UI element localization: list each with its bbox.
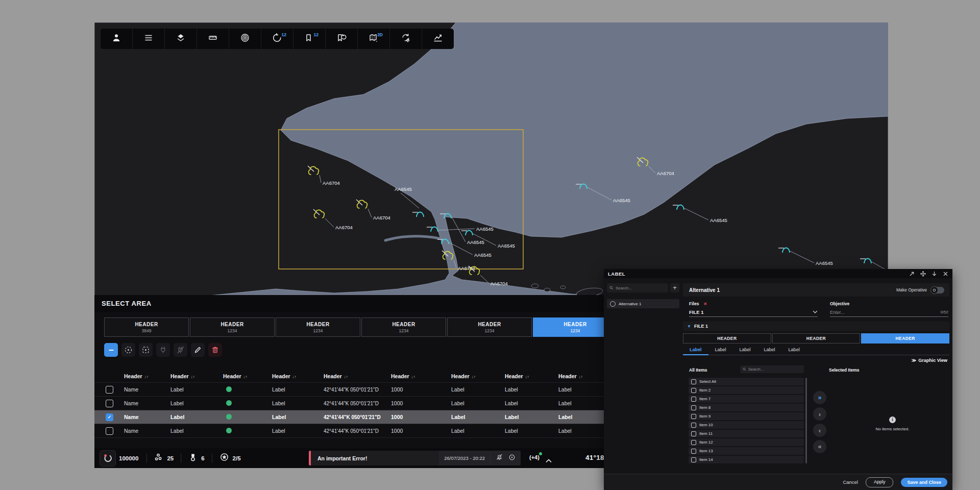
resize-icon[interactable]: [909, 271, 915, 277]
move-right-button[interactable]: ›: [813, 407, 826, 421]
disconnect-button[interactable]: [174, 343, 187, 357]
file-section-tab-2[interactable]: HEADER: [772, 333, 861, 344]
bookmark-12-button[interactable]: 12: [293, 29, 326, 49]
select-area-tab-1[interactable]: HEADER3849: [104, 317, 189, 337]
multi-select-toggle-button[interactable]: [104, 343, 118, 357]
file-section-subtab-5[interactable]: Label: [782, 346, 806, 355]
items-search-input[interactable]: Search...: [740, 365, 804, 373]
row-checkbox[interactable]: [106, 400, 113, 407]
column-header[interactable]: Header↓↑: [223, 371, 272, 380]
row-checkbox[interactable]: [106, 427, 113, 435]
item-checkbox[interactable]: [691, 449, 696, 454]
file-section-collapse[interactable]: ▼ FILE 1: [683, 322, 949, 331]
file-section-tab-1[interactable]: HEADER: [683, 333, 771, 344]
item-row[interactable]: Select All: [689, 378, 804, 385]
item-row[interactable]: Item 14: [689, 456, 804, 463]
map-2d-button[interactable]: 2D: [358, 29, 390, 49]
minimize-icon[interactable]: [932, 271, 937, 277]
item-checkbox[interactable]: [691, 431, 696, 436]
item-checkbox[interactable]: [691, 397, 696, 402]
file-section-subtab-2[interactable]: Label: [708, 346, 733, 355]
sort-icon[interactable]: ↓↑: [144, 375, 149, 379]
file-section-tab-3[interactable]: HEADER: [861, 333, 949, 344]
file-section-subtab-4[interactable]: Label: [757, 346, 782, 355]
row-checkbox[interactable]: [106, 386, 113, 394]
item-checkbox[interactable]: [691, 405, 696, 410]
item-row[interactable]: Item 12: [689, 438, 804, 446]
add-alternative-button[interactable]: +: [670, 283, 679, 292]
delete-button[interactable]: [208, 343, 222, 357]
layers-button[interactable]: [165, 29, 197, 49]
sort-icon[interactable]: ↓↑: [243, 375, 248, 379]
column-header[interactable]: Header↓↑: [124, 371, 170, 380]
clock-12-button[interactable]: 12: [261, 29, 293, 49]
graphic-view-link[interactable]: ≫ Graphic View: [683, 356, 949, 364]
sort-icon[interactable]: ↓↑: [344, 375, 348, 379]
save-and-close-button[interactable]: Save and Close: [901, 478, 947, 487]
move-all-right-button[interactable]: »: [813, 391, 826, 404]
edit-button[interactable]: [191, 343, 205, 357]
objective-input[interactable]: Enter... 0/52: [830, 308, 948, 317]
column-header[interactable]: Header↓↑: [170, 371, 223, 380]
focus-button[interactable]: [139, 343, 153, 357]
sync-settings-button[interactable]: [390, 29, 422, 49]
row-checkbox[interactable]: ✓: [106, 413, 113, 421]
sort-icon[interactable]: ↓↑: [472, 375, 476, 379]
bookmark-refresh-button[interactable]: [326, 29, 358, 49]
item-checkbox[interactable]: [691, 440, 696, 445]
item-row[interactable]: Item 10: [689, 421, 804, 429]
make-operative-toggle[interactable]: [931, 287, 944, 293]
user-button[interactable]: [101, 29, 133, 49]
cancel-button[interactable]: Cancel: [843, 479, 858, 485]
move-all-left-button[interactable]: «: [813, 440, 826, 453]
menu-button[interactable]: [133, 29, 165, 49]
list-scrollbar[interactable]: [805, 378, 807, 463]
item-row[interactable]: Item 7: [689, 395, 804, 403]
settings-target-icon[interactable]: [508, 454, 516, 463]
column-header[interactable]: Header↓↑: [272, 371, 324, 380]
item-row[interactable]: Item 11: [689, 430, 804, 437]
notifications-muted-icon[interactable]: [496, 453, 503, 463]
file-select[interactable]: FILE 1: [689, 308, 818, 317]
hidden-layers-badge[interactable]: (+4): [529, 454, 540, 460]
move-icon[interactable]: [920, 271, 926, 277]
column-header[interactable]: Header↓↑: [451, 371, 505, 380]
session-loader-box[interactable]: [100, 450, 116, 467]
sort-icon[interactable]: ↓↑: [411, 375, 415, 379]
item-checkbox[interactable]: [691, 423, 696, 428]
column-header[interactable]: Header↓↑: [391, 371, 451, 380]
select-area-tab-4[interactable]: HEADER1234: [361, 317, 446, 337]
alternatives-search-input[interactable]: Search...: [607, 283, 668, 292]
sort-icon[interactable]: ↓↑: [191, 375, 195, 379]
sort-icon[interactable]: ↓↑: [525, 375, 529, 379]
sort-icon[interactable]: ↓↑: [292, 375, 297, 379]
select-area-tab-2[interactable]: HEADER1234: [190, 317, 275, 337]
column-header[interactable]: Header↓↑: [324, 371, 391, 380]
item-checkbox[interactable]: [691, 388, 696, 393]
item-checkbox[interactable]: [691, 379, 696, 384]
expand-caret-icon[interactable]: [546, 456, 552, 465]
target-button[interactable]: [121, 343, 135, 357]
sort-icon[interactable]: ↓↑: [579, 375, 583, 379]
clear-file-icon[interactable]: ✕: [703, 302, 707, 306]
select-area-tab-5[interactable]: HEADER1234: [447, 317, 532, 337]
item-checkbox[interactable]: [691, 414, 696, 419]
chart-button[interactable]: [422, 29, 454, 49]
item-checkbox[interactable]: [691, 457, 696, 462]
item-row[interactable]: Item 8: [689, 404, 804, 411]
close-icon[interactable]: [943, 271, 948, 277]
column-header[interactable]: Header↓↑: [505, 371, 558, 380]
ruler-button[interactable]: [197, 29, 229, 49]
connect-button[interactable]: [156, 343, 170, 357]
error-banner[interactable]: An important Error! 26/07/2023 - 20:22: [309, 451, 521, 465]
select-area-tab-3[interactable]: HEADER1234: [276, 317, 360, 337]
file-section-subtab-3[interactable]: Label: [733, 346, 757, 355]
apply-button[interactable]: Apply: [866, 477, 894, 487]
dialog-titlebar[interactable]: LABEL: [604, 269, 952, 278]
move-left-button[interactable]: ‹: [813, 424, 826, 437]
alternative-list-item[interactable]: Alternative 1: [607, 299, 679, 308]
radar-button[interactable]: [229, 29, 261, 49]
file-section-subtab-1[interactable]: Label: [683, 346, 708, 355]
item-row[interactable]: Item 2: [689, 386, 804, 394]
item-row[interactable]: Item 9: [689, 412, 804, 420]
